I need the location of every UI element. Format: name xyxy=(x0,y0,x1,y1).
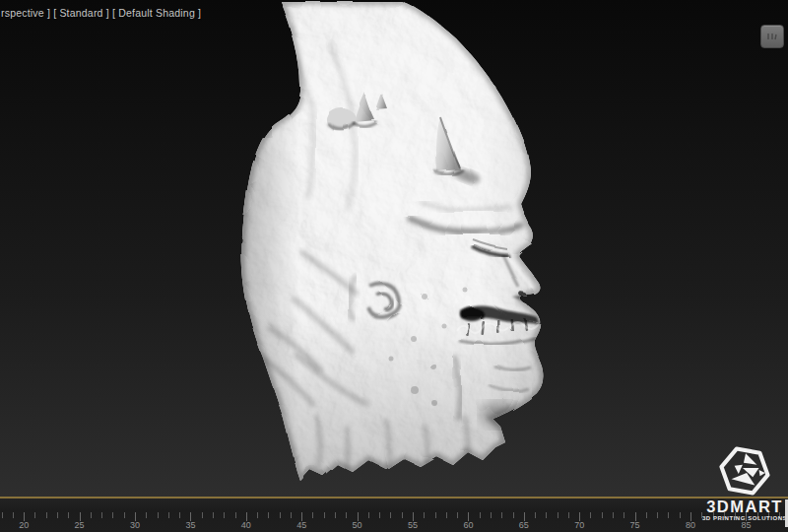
ruler-tick-label: 65 xyxy=(513,520,535,530)
ruler-tick-label: 50 xyxy=(347,520,368,530)
3d-viewport[interactable]: rspective ] [ Standard ] [ Default Shadi… xyxy=(0,0,788,497)
viewcube-glyph xyxy=(761,26,783,47)
ruler-tick-label: 25 xyxy=(69,520,91,530)
ruler-tick xyxy=(558,512,558,518)
time-ruler[interactable]: 2025303540455055606570758085 xyxy=(0,497,788,532)
ruler-tick xyxy=(335,512,336,518)
ruler-tick xyxy=(158,512,159,518)
ruler-tick xyxy=(602,512,603,518)
ruler-tick xyxy=(146,512,147,518)
ruler-tick-label: 55 xyxy=(402,520,424,530)
ruler-tick xyxy=(390,512,391,518)
ruler-tick xyxy=(280,512,281,518)
ruler-tick xyxy=(124,512,125,518)
ruler-tick xyxy=(34,512,35,518)
ruler-tick xyxy=(312,512,313,518)
ruler-tick xyxy=(324,512,325,518)
ruler-tick xyxy=(624,512,624,518)
ruler-tick xyxy=(224,512,225,518)
ruler-tick-label: 60 xyxy=(457,520,479,530)
track-bar: 2025303540455055606570758085 xyxy=(0,497,788,532)
ruler-tick xyxy=(424,512,425,518)
ruler-tick xyxy=(513,512,514,518)
demon-head-model xyxy=(0,0,788,497)
ruler-tick xyxy=(368,512,369,518)
brand-subtitle: 3D PRINTING SOLUTIONS xyxy=(702,515,787,522)
ruler-tick-label: 20 xyxy=(13,520,34,530)
ruler-tick xyxy=(402,512,403,518)
ruler-tick xyxy=(646,512,647,518)
ruler-tick xyxy=(657,512,658,518)
ruler-tick xyxy=(346,512,347,518)
ruler-tick-label: 70 xyxy=(568,520,590,530)
head-render xyxy=(197,0,618,497)
ruler-tick xyxy=(668,512,669,518)
ruler-tick xyxy=(268,512,269,518)
screenshot-root: rspective ] [ Standard ] [ Default Shadi… xyxy=(0,0,788,532)
brand-hexagon-icon xyxy=(718,445,771,497)
ruler-tick-label: 30 xyxy=(124,520,146,530)
ruler-tick xyxy=(168,512,169,518)
ruler-tick xyxy=(568,512,569,518)
ruler-tick-label: 45 xyxy=(291,520,312,530)
ruler-tick xyxy=(235,512,236,518)
ruler-tick xyxy=(13,512,14,518)
ruler-tick xyxy=(546,512,547,518)
ruler-tick xyxy=(590,512,591,518)
ruler-tick xyxy=(491,512,492,518)
ruler-tick xyxy=(613,512,614,518)
ruler-tick xyxy=(202,512,203,518)
ruler-tick xyxy=(57,512,58,518)
brand-watermark: 3DMART 3D PRINTING SOLUTIONS xyxy=(707,445,782,522)
ruler-tick xyxy=(379,512,380,518)
brand-title: 3DMART xyxy=(706,499,783,514)
ruler-tick-label: 80 xyxy=(680,520,701,530)
ruler-tick-label: 35 xyxy=(179,520,201,530)
ruler-tick xyxy=(2,512,3,518)
ruler-tick xyxy=(480,512,481,518)
ruler-tick xyxy=(457,512,458,518)
ruler-tick xyxy=(91,512,92,518)
ruler-tick-label: 40 xyxy=(235,520,257,530)
ruler-tick xyxy=(680,512,681,518)
ruler-tick xyxy=(213,512,214,518)
ruler-tick xyxy=(179,512,180,518)
ruler-tick xyxy=(535,512,536,518)
ruler-tick xyxy=(68,512,69,518)
ruler-tick xyxy=(435,512,436,518)
ruler-tick xyxy=(101,512,102,518)
ruler-tick xyxy=(112,512,113,518)
ruler-tick xyxy=(446,512,447,518)
viewcube-icon[interactable] xyxy=(760,25,784,48)
ruler-tick xyxy=(46,512,47,518)
ruler-tick xyxy=(291,512,292,518)
ruler-tick-label: 75 xyxy=(624,520,646,530)
ruler-tick xyxy=(501,512,502,518)
ruler-tick xyxy=(257,512,258,518)
